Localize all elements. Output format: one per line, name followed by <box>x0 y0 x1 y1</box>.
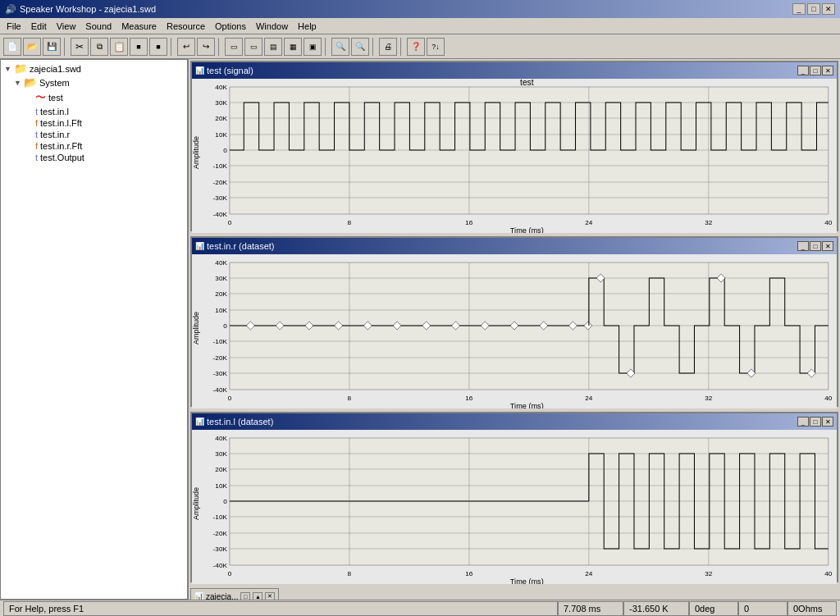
menu-view[interactable]: View <box>52 20 81 33</box>
tree-root-label: zajecia1.swd <box>30 64 81 74</box>
tree-test-in-l-fft-label: test.in.l.Fft <box>40 118 82 128</box>
minimize-button[interactable]: _ <box>792 3 806 15</box>
chart-1-close[interactable]: ✕ <box>822 66 833 75</box>
toolbar-paste[interactable]: 📋 <box>110 38 128 56</box>
svg-text:16: 16 <box>465 570 473 577</box>
chart-3-close[interactable]: ✕ <box>822 417 833 427</box>
svg-text:0: 0 <box>228 570 232 577</box>
chart-2-maximize[interactable]: □ <box>810 241 821 251</box>
svg-text:8: 8 <box>348 395 352 402</box>
toolbar-b4[interactable]: ▭ <box>244 38 262 56</box>
toolbar-b7[interactable]: ▣ <box>304 38 322 56</box>
maximize-button[interactable]: □ <box>807 3 820 15</box>
toolbar-zoom-out[interactable]: 🔍 <box>351 38 369 56</box>
menu-window[interactable]: Window <box>251 20 293 33</box>
svg-text:24: 24 <box>585 395 593 402</box>
minimized-label: zajecia... <box>206 592 238 600</box>
minimized-maximize[interactable]: ▲ <box>253 592 262 600</box>
menu-edit[interactable]: Edit <box>26 20 52 33</box>
title-bar: 🔊 Speaker Workshop - zajecia1.swd _ □ ✕ <box>0 0 840 18</box>
svg-text:0: 0 <box>223 322 227 330</box>
toolbar-b3[interactable]: ▭ <box>225 38 243 56</box>
menu-measure[interactable]: Measure <box>116 20 162 33</box>
toolbar-b2[interactable]: ■ <box>149 38 167 56</box>
svg-text:-10K: -10K <box>213 513 228 521</box>
chart-3-title-bar[interactable]: 📊 test.in.l (dataset) _ □ ✕ <box>192 413 837 430</box>
chart-1-minimize[interactable]: _ <box>797 66 809 75</box>
tree-test-in-l-fft[interactable]: f test.in.l.Fft <box>2 117 185 129</box>
chart-2-title-bar[interactable]: 📊 test.in.r (dataset) _ □ ✕ <box>192 238 837 254</box>
svg-text:16: 16 <box>465 395 473 402</box>
chart-2-close[interactable]: ✕ <box>822 241 833 251</box>
toolbar-new[interactable]: 📄 <box>3 38 21 56</box>
toolbar-help2[interactable]: ?↓ <box>427 38 445 56</box>
app-title: Speaker Workshop - zajecia1.swd <box>20 4 156 14</box>
svg-text:Time (ms): Time (ms) <box>510 577 544 584</box>
toolbar-open[interactable]: 📂 <box>23 38 41 56</box>
minimized-icon: 📊 <box>194 592 203 600</box>
toolbar-b5[interactable]: ▤ <box>264 38 282 56</box>
window-controls[interactable]: _ □ ✕ <box>792 3 835 15</box>
chart-3-controls[interactable]: _ □ ✕ <box>797 417 833 427</box>
expand-icon: ▼ <box>4 65 14 73</box>
svg-text:0: 0 <box>228 395 232 402</box>
chart-1-title-bar[interactable]: 📊 test (signal) _ □ ✕ <box>192 62 837 79</box>
menu-resource[interactable]: Resource <box>162 20 210 33</box>
tree-test-in-l[interactable]: t test.in.l <box>2 106 185 117</box>
chart-3-title: test.in.l (dataset) <box>207 417 273 427</box>
chart-window-1: 📊 test (signal) _ □ ✕ <box>190 61 838 231</box>
chart-2-controls[interactable]: _ □ ✕ <box>797 241 833 251</box>
toolbar-cut[interactable]: ✂ <box>71 38 89 56</box>
svg-text:Amplitude: Amplitude <box>192 487 200 520</box>
dataset-fft-icon-2: f <box>35 141 38 151</box>
menu-file[interactable]: File <box>2 20 26 33</box>
content-area: 📊 test (signal) _ □ ✕ <box>189 59 840 600</box>
toolbar-help1[interactable]: ❓ <box>407 38 425 56</box>
toolbar-b6[interactable]: ▦ <box>284 38 302 56</box>
minimized-restore[interactable]: □ <box>240 592 250 600</box>
tree-test-in-r-fft[interactable]: f test.in.r.Fft <box>2 140 185 152</box>
signal-icon: 〜 <box>35 90 46 105</box>
toolbar-copy[interactable]: ⧉ <box>90 38 108 56</box>
svg-text:16: 16 <box>465 219 473 226</box>
sep3 <box>218 38 221 56</box>
svg-text:20K: 20K <box>215 466 227 473</box>
chart-3-minimize[interactable]: _ <box>797 417 809 427</box>
toolbar-zoom-in[interactable]: 🔍 <box>331 38 349 56</box>
menu-help[interactable]: Help <box>293 20 322 33</box>
tree-test-in-r[interactable]: t test.in.r <box>2 129 185 140</box>
svg-text:10K: 10K <box>215 131 227 139</box>
svg-text:32: 32 <box>705 219 713 226</box>
folder-icon: 📁 <box>14 62 27 75</box>
chart-1-controls[interactable]: _ □ ✕ <box>797 66 833 75</box>
toolbar-redo[interactable]: ↪ <box>197 38 215 56</box>
chart-3-maximize[interactable]: □ <box>810 417 821 427</box>
chart-window-3: 📊 test.in.l (dataset) _ □ ✕ <box>190 412 838 582</box>
time-value: 7.708 ms <box>564 604 600 614</box>
svg-text:32: 32 <box>705 395 713 402</box>
tree-test[interactable]: 〜 test <box>2 89 185 106</box>
svg-text:-30K: -30K <box>213 370 228 377</box>
status-amplitude: -31.650 K <box>623 601 689 616</box>
toolbar-print[interactable]: 🖨 <box>379 38 397 56</box>
menu-sound[interactable]: Sound <box>80 20 116 33</box>
svg-text:-10K: -10K <box>213 338 228 345</box>
minimized-zajecia[interactable]: 📊 zajecia... □ ▲ ✕ <box>190 588 279 600</box>
status-phase: 0deg <box>689 601 738 616</box>
chart-2-title: test.in.r (dataset) <box>207 241 275 251</box>
tree-system[interactable]: ▼ 📂 System <box>2 75 185 89</box>
toolbar-save[interactable]: 💾 <box>43 38 61 56</box>
chart-1-maximize[interactable]: □ <box>810 66 821 75</box>
tree-root[interactable]: ▼ 📁 zajecia1.swd <box>2 62 185 75</box>
tree-test-in-l-label: test.in.l <box>40 107 69 116</box>
toolbar-undo[interactable]: ↩ <box>177 38 195 56</box>
status-value2: 0 <box>738 601 788 616</box>
svg-text:0: 0 <box>228 219 232 226</box>
chart-2-minimize[interactable]: _ <box>797 241 809 251</box>
close-button[interactable]: ✕ <box>822 3 835 15</box>
toolbar-b1[interactable]: ■ <box>130 38 148 56</box>
tree-test-output[interactable]: t test.Output <box>2 152 185 163</box>
minimized-close[interactable]: ✕ <box>265 592 275 600</box>
svg-text:-30K: -30K <box>213 545 228 553</box>
menu-options[interactable]: Options <box>210 20 251 33</box>
